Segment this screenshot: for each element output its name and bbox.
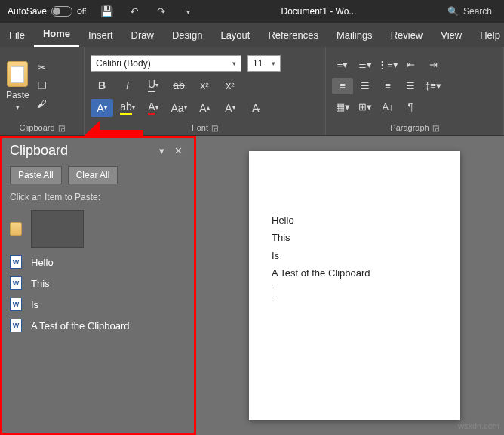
tab-help[interactable]: Help (471, 23, 504, 47)
clipboard-item[interactable]: A Test of the Clipboard (10, 319, 186, 332)
multilevel-button[interactable]: ⋮≡▾ (377, 57, 398, 73)
autosave-toggle[interactable]: AutoSave Off (0, 6, 94, 17)
paste-all-button[interactable]: Paste All (10, 166, 62, 184)
highlight-button[interactable]: ab▾ (116, 99, 139, 117)
document-page[interactable]: Hello This Is A Test of the Clipboard (249, 151, 460, 420)
qat-dropdown-icon[interactable]: ▾ (175, 0, 202, 23)
group-paragraph: ≡▾ ≣▾ ⋮≡▾ ⇤ ⇥ ≡ ☰ ≡ ☰ ‡≡▾ ▦▾ ⊞▾ A↓ (326, 47, 504, 135)
clipboard-item[interactable]: Is (10, 298, 186, 311)
search-box[interactable]: 🔍 Search (435, 6, 504, 17)
tab-draw[interactable]: Draw (122, 23, 163, 47)
font-launcher-icon[interactable]: ◲ (211, 124, 218, 132)
shading-button[interactable]: ▦▾ (332, 99, 353, 116)
sort-button[interactable]: A↓ (377, 99, 398, 116)
tab-file[interactable]: File (0, 23, 34, 47)
ribbon-tabs: File Home Insert Draw Design Layout Refe… (0, 23, 504, 47)
clipboard-launcher-icon[interactable]: ◲ (58, 124, 65, 132)
clear-all-button[interactable]: Clear All (68, 166, 118, 184)
document-line: A Test of the Clipboard (272, 264, 438, 282)
copy-icon[interactable]: ❐ (34, 79, 51, 93)
tab-insert[interactable]: Insert (79, 23, 122, 47)
subscript-button[interactable]: x2 (193, 76, 216, 94)
save-icon[interactable]: 💾 (94, 0, 121, 23)
underline-button[interactable]: U ▾ (142, 76, 164, 94)
align-right-button[interactable]: ≡ (377, 78, 398, 94)
word-doc-icon (10, 276, 22, 290)
text-effects-button[interactable]: A ▾ (91, 99, 113, 117)
clipboard-items: Hello This Is A Test of the Clipboard (2, 207, 194, 335)
line-spacing-button[interactable]: ‡≡▾ (423, 78, 444, 94)
clipboard-item[interactable]: Hello (10, 255, 186, 269)
font-color-button[interactable]: A▾ (142, 99, 164, 117)
text-cursor (272, 282, 438, 300)
paragraph-launcher-icon[interactable]: ◲ (432, 124, 439, 132)
clipboard-item-text: A Test of the Clipboard (31, 320, 130, 332)
align-left-button[interactable]: ≡ (332, 78, 353, 94)
tab-home[interactable]: Home (34, 23, 79, 47)
clipboard-item[interactable]: This (10, 276, 186, 290)
document-line: Hello (272, 211, 438, 229)
tab-view[interactable]: View (432, 23, 471, 47)
show-marks-button[interactable]: ¶ (400, 99, 421, 116)
format-painter-icon[interactable]: 🖌 (34, 97, 51, 111)
pane-options-icon[interactable]: ▾ (153, 145, 170, 156)
font-name-combo[interactable]: Calibri (Body) ▾ (91, 55, 241, 72)
autosave-state: Off (77, 8, 86, 15)
tab-mailings[interactable]: Mailings (327, 23, 382, 47)
document-line: This (272, 229, 438, 246)
workspace: Clipboard ▾ ✕ Paste All Clear All Click … (0, 136, 504, 435)
search-icon: 🔍 (447, 6, 459, 17)
bullets-button[interactable]: ≡▾ (332, 57, 353, 73)
clipboard-pane: Clipboard ▾ ✕ Paste All Clear All Click … (0, 136, 196, 435)
italic-button[interactable]: I (116, 76, 139, 94)
document-line: Is (272, 247, 438, 264)
font-size-combo[interactable]: 11 ▾ (247, 55, 281, 72)
font-size-value: 11 (253, 58, 263, 69)
group-clipboard: Paste ▾ ✂ ❐ 🖌 Clipboard ◲ (0, 47, 85, 135)
close-icon[interactable]: ✕ (170, 145, 186, 156)
paste-icon (7, 61, 28, 87)
ribbon: Paste ▾ ✂ ❐ 🖌 Clipboard ◲ Calibri (Body)… (0, 47, 504, 136)
group-font-label: Font (192, 123, 208, 132)
clipboard-image-icon (10, 222, 22, 236)
paste-button[interactable]: Paste ▾ (6, 61, 29, 111)
strikethrough-button[interactable]: ab (167, 76, 190, 94)
chevron-down-icon: ▾ (272, 60, 275, 67)
font-name-value: Calibri (Body) (96, 58, 151, 69)
superscript-button[interactable]: x2 (219, 76, 241, 94)
justify-button[interactable]: ☰ (400, 78, 421, 94)
numbering-button[interactable]: ≣▾ (355, 57, 376, 73)
borders-button[interactable]: ⊞▾ (355, 99, 376, 116)
align-center-button[interactable]: ☰ (355, 78, 376, 94)
increase-indent-button[interactable]: ⇥ (423, 57, 444, 73)
decrease-indent-button[interactable]: ⇤ (400, 57, 421, 73)
shrink-font-button[interactable]: A▾ (219, 99, 241, 117)
tab-design[interactable]: Design (163, 23, 211, 47)
tab-review[interactable]: Review (382, 23, 432, 47)
group-clipboard-label: Clipboard (19, 123, 54, 132)
document-area[interactable]: Hello This Is A Test of the Clipboard (196, 136, 504, 435)
clipboard-pane-title: Clipboard (10, 143, 68, 159)
tab-layout[interactable]: Layout (211, 23, 259, 47)
chevron-down-icon: ▾ (16, 103, 20, 111)
word-doc-icon (10, 255, 22, 269)
search-label: Search (463, 6, 492, 17)
watermark: wsxdn.com (458, 421, 499, 430)
title-bar: AutoSave Off 💾 ↶ ↷ ▾ Document1 - Wo... 🔍… (0, 0, 504, 23)
clipboard-hint: Click an Item to Paste: (2, 187, 194, 207)
tab-references[interactable]: References (259, 23, 327, 47)
clear-formatting-button[interactable]: A̶ (244, 99, 267, 117)
group-paragraph-label: Paragraph (390, 123, 429, 132)
clipboard-item-text: Is (31, 299, 38, 310)
undo-icon[interactable]: ↶ (121, 0, 148, 23)
document-title: Document1 - Wo... (202, 6, 435, 17)
redo-icon[interactable]: ↷ (148, 0, 175, 23)
word-doc-icon (10, 298, 22, 311)
clipboard-item[interactable] (10, 210, 186, 248)
grow-font-button[interactable]: A▴ (193, 99, 216, 117)
cut-icon[interactable]: ✂ (34, 61, 51, 75)
bold-button[interactable]: B (91, 76, 113, 94)
word-doc-icon (10, 319, 22, 332)
clipboard-item-text: This (31, 278, 50, 289)
change-case-button[interactable]: Aa ▾ (167, 99, 190, 117)
